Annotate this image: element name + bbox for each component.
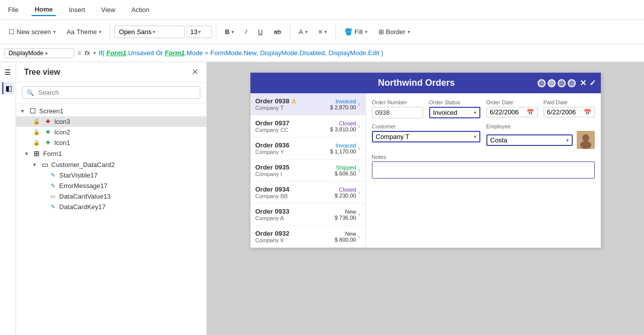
order-0936-company: Company Y	[255, 149, 330, 155]
hamburger-icon[interactable]: ☰	[2, 66, 14, 78]
ribbon-separator-3	[290, 25, 290, 40]
order-0937-company: Company CC	[255, 127, 330, 133]
icon2-lock-icon: 🔒	[32, 129, 41, 135]
new-screen-button[interactable]: ☐ New screen ▾	[4, 26, 60, 38]
datacardvalue13-label: DataCardValue13	[59, 193, 110, 200]
ctrl-circle2[interactable]	[548, 79, 556, 87]
tree-close-button[interactable]: ✕	[192, 67, 198, 77]
ctrl-circle1[interactable]	[538, 79, 546, 87]
ctrl-circle3[interactable]	[558, 79, 566, 87]
detail-row-3: Notes	[372, 154, 595, 179]
icon2-cross-icon: ✚	[43, 129, 52, 135]
layers-icon[interactable]: ◧	[2, 82, 14, 94]
font-size-selector[interactable]: 13 ▾	[187, 26, 212, 38]
employee-value: Costa	[490, 136, 566, 144]
menu-view[interactable]: View	[98, 4, 118, 16]
fill-button[interactable]: 🪣 Fill ▾	[340, 26, 372, 38]
underline-button[interactable]: U	[253, 26, 267, 38]
tree-item-errormessage17[interactable]: ✎ ErrorMessage17	[16, 181, 206, 191]
order-0933-amount: $ 736.00	[335, 215, 356, 221]
icon1-lock-icon: 🔒	[32, 139, 41, 146]
detail-row-2: Customer Company T ▾ Employee Costa	[372, 123, 595, 149]
errormessage17-icon: ✎	[48, 183, 57, 189]
order-date-picker[interactable]: 6/22/2006 📅	[486, 107, 538, 117]
align-button[interactable]: ≡▾	[314, 26, 332, 38]
order-0938-chevron: ›	[358, 101, 360, 108]
order-0936-chevron: ›	[358, 145, 360, 152]
check-button[interactable]: ✓	[589, 78, 596, 88]
formula-content[interactable]: If( Form1.Unsaved Or Form1.Mode = FormMo…	[99, 49, 640, 57]
order-0932-info: Order 0932 Company K	[255, 230, 335, 243]
ctrl-circle4[interactable]	[568, 79, 576, 87]
theme-button[interactable]: Aa Theme ▾	[62, 26, 106, 38]
menu-home[interactable]: Home	[32, 4, 56, 16]
tree-item-datacardkey17[interactable]: ✎ DataCardKey17	[16, 202, 206, 212]
order-0933-chevron: ›	[358, 211, 360, 218]
order-0936-info: Order 0936 Company Y	[255, 141, 330, 155]
order-0933-status-area: New $ 736.00	[335, 209, 356, 221]
menu-action[interactable]: Action	[128, 4, 153, 16]
menu-file[interactable]: File	[5, 4, 22, 16]
tree-item-icon1[interactable]: 🔒 ✚ Icon1	[16, 137, 206, 148]
order-item-0932[interactable]: Order 0932 Company K New $ 800.00 ›	[250, 226, 365, 248]
ribbon: ☐ New screen ▾ Aa Theme ▾ Open Sans ▾ 13…	[0, 20, 644, 44]
menu-insert[interactable]: Insert	[66, 4, 88, 16]
font-color-button[interactable]: A▾	[294, 26, 312, 38]
italic-button[interactable]: /	[240, 26, 251, 38]
order-0933-num: Order 0933	[255, 208, 335, 215]
main-layout: ☰ ◧ Tree view ✕ 🔍 ▼ ☐ Screen1 🔒	[0, 62, 644, 335]
tree-item-datacardvalue13[interactable]: ▭ DataCardValue13	[16, 191, 206, 202]
tree-item-starvisible17[interactable]: ✎ StarVisible17	[16, 170, 206, 181]
strikethrough-button[interactable]: ab	[269, 26, 285, 38]
search-box[interactable]: 🔍	[22, 86, 200, 99]
search-input[interactable]	[38, 89, 196, 96]
fx-button[interactable]: fx	[84, 49, 90, 57]
tree-item-screen1[interactable]: ▼ ☐ Screen1	[16, 105, 206, 116]
order-item-0933[interactable]: Order 0933 Company A New $ 736.00 ›	[250, 204, 365, 226]
fill-chevron: ▾	[365, 29, 367, 35]
tree-item-icon2[interactable]: 🔒 ✚ Icon2	[16, 127, 206, 137]
order-status-value: Invoiced	[433, 109, 474, 116]
customer-field: Customer Company T ▾	[372, 123, 480, 149]
order-item-0935[interactable]: Order 0935 Company I Shipped $ 606.50 ›	[250, 159, 365, 182]
order-number-value[interactable]: 0938	[372, 107, 423, 118]
bold-button[interactable]: B▾	[220, 26, 238, 38]
order-status-selector[interactable]: Invoiced ▾	[429, 107, 480, 118]
warn-icon-0938: ⚠	[291, 98, 297, 105]
notes-input[interactable]	[372, 161, 595, 179]
order-item-0934[interactable]: Order 0934 Company BB Closed $ 230.00 ›	[250, 182, 365, 204]
font-selector[interactable]: Open Sans ▾	[114, 26, 185, 38]
order-item-0938[interactable]: Order 0938 ⚠ Company T Invoiced $ 2,870.…	[250, 93, 365, 115]
tree-item-form1[interactable]: ▼ ⊞ Form1	[16, 148, 206, 159]
tree-item-customer-datacard2[interactable]: ▼ ▭ Customer_DataCard2	[16, 159, 206, 170]
screen1-label: Screen1	[39, 107, 63, 115]
order-0938-status-area: Invoiced $ 2,870.00	[330, 98, 356, 110]
close-button[interactable]: ✕	[580, 78, 586, 88]
tree-content: ▼ ☐ Screen1 🔒 ✚ Icon3 🔒 ✚ Icon2 �	[16, 103, 206, 335]
order-item-0936[interactable]: Order 0936 Company Y Invoiced $ 1,170.00…	[250, 137, 365, 159]
border-button[interactable]: ⊞ Border ▾	[374, 26, 415, 38]
paid-date-picker[interactable]: 6/22/2006 📅	[544, 107, 595, 117]
order-status-chevron: ▾	[474, 110, 476, 115]
detail-panel: Order Number 0938 Order Status Invoiced …	[366, 93, 601, 248]
tree-item-icon3[interactable]: 🔒 ✚ Icon3	[16, 116, 206, 127]
form1-icon: ⊞	[32, 149, 41, 157]
font-size-chevron: ▾	[198, 29, 201, 35]
employee-selector[interactable]: Costa ▾	[486, 134, 573, 146]
icon3-label: Icon3	[54, 118, 70, 125]
order-0935-chevron: ›	[358, 167, 360, 174]
order-item-0937[interactable]: Order 0937 Company CC Closed $ 3,810.00 …	[250, 115, 365, 137]
order-0935-info: Order 0935 Company I	[255, 163, 335, 177]
order-date-calendar-icon: 📅	[527, 109, 534, 116]
tree-panel: Tree view ✕ 🔍 ▼ ☐ Screen1 🔒 ✚ Icon3	[16, 62, 207, 335]
order-number-label: Order Number	[372, 99, 423, 105]
property-name: DisplayMode	[9, 50, 43, 57]
order-0934-info: Order 0934 Company BB	[255, 186, 335, 199]
customer-selector[interactable]: Company T ▾	[372, 131, 480, 142]
new-screen-chevron: ▾	[53, 29, 56, 35]
formula-chevron[interactable]: ▾	[93, 50, 96, 56]
property-selector[interactable]: DisplayMode ▾	[4, 48, 74, 58]
order-0933-company: Company A	[255, 215, 335, 221]
app-title: Northwind Orders	[296, 78, 538, 88]
tree-header: Tree view ✕	[16, 62, 206, 82]
